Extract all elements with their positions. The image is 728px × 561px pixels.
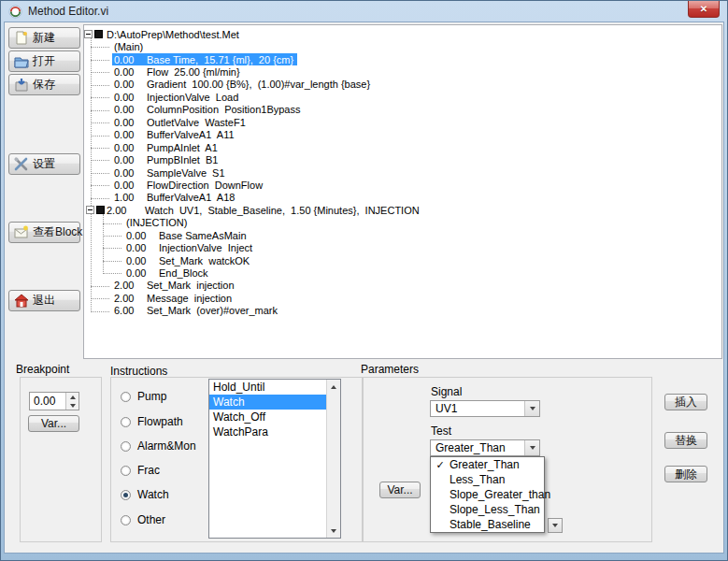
radio-frac[interactable]: Frac: [121, 464, 160, 477]
view-block-button[interactable]: 查看Block: [8, 222, 80, 243]
radio-label: Alarm&Mon: [137, 439, 196, 453]
menu-item[interactable]: Slope_Less_Than: [431, 502, 544, 517]
open-button[interactable]: 打开: [8, 50, 80, 72]
radio-icon: [121, 466, 131, 476]
tree-root-row[interactable]: D:\AutoPrep\Method\test.Met: [84, 28, 721, 40]
scroll-down-button[interactable]: [327, 524, 340, 538]
parameters-var-button[interactable]: Var...: [379, 482, 421, 498]
tree-row[interactable]: 6.00Set_Mark (over)#over_mark: [84, 305, 721, 317]
close-button[interactable]: ✕: [688, 1, 720, 18]
row-time: 0.00: [114, 117, 147, 128]
down-arrow-icon: [331, 529, 336, 533]
settings-button-label: 设置: [33, 156, 55, 172]
settings-button[interactable]: 设置: [8, 153, 80, 175]
collapse-icon[interactable]: [84, 30, 93, 38]
tree-row[interactable]: 0.00Set_Mark watckOK: [84, 254, 721, 266]
list-scrollbar[interactable]: [326, 380, 340, 538]
row-time: 0.00: [114, 104, 147, 115]
delete-button[interactable]: 删除: [664, 466, 707, 482]
radio-label: Pump: [137, 390, 166, 403]
instruction-listbox[interactable]: Hold_Until Watch Watch_Off WatchPara: [208, 379, 341, 539]
list-item-selected[interactable]: Watch: [209, 395, 326, 410]
open-folder-icon: [14, 54, 29, 68]
tree-group-row[interactable]: 2.00 Watch UV1, Stable_Baseline, 1.50 {M…: [84, 204, 721, 216]
menu-item[interactable]: Stable_Baseline: [431, 517, 544, 532]
tree-connector: [91, 160, 109, 161]
tree-row[interactable]: 0.00Flow 25.00 {ml/min}: [84, 65, 721, 78]
tree-row[interactable]: 0.00FlowDirection DownFlow: [84, 179, 721, 191]
tree-connector: [91, 173, 109, 174]
menu-item-checked[interactable]: ✓Greater_Than: [431, 457, 544, 472]
radio-watch[interactable]: Watch: [121, 488, 169, 501]
application-window: Method Editor.vi ✕ 新建 打开 保存: [0, 0, 728, 561]
tree-row[interactable]: 0.00ColumnPosition Position1Bypass: [84, 104, 721, 116]
menu-item[interactable]: Slope_Greater_than: [431, 487, 544, 502]
tree-row-selected[interactable]: 0.00Base Time, 15.71 {ml}, 20 {cm}: [84, 53, 721, 65]
new-button[interactable]: 新建: [8, 27, 80, 49]
radio-alarm-mon[interactable]: Alarm&Mon: [121, 439, 196, 453]
radio-icon: [121, 515, 131, 525]
view-block-icon: [14, 225, 29, 239]
tree-row[interactable]: 2.00Set_Mark injection: [84, 280, 721, 292]
breakpoint-spinner[interactable]: 0.00: [29, 392, 79, 410]
radio-icon: [121, 441, 131, 452]
down-arrow-icon: [70, 404, 76, 408]
row-time: 0.00: [114, 66, 147, 78]
tree-row[interactable]: 0.00PumpAInlet A1: [84, 141, 721, 153]
radio-pump[interactable]: Pump: [121, 390, 166, 403]
signal-combobox[interactable]: UV1: [430, 400, 540, 417]
signal-value: UV1: [431, 401, 524, 416]
tree-row[interactable]: 2.00Message injection: [84, 292, 721, 304]
test-combobox[interactable]: Greater_Than: [430, 439, 540, 456]
combo-arrow-button[interactable]: [524, 440, 539, 455]
spinner-down-button[interactable]: [66, 401, 79, 410]
instructions-label: Instructions: [110, 365, 167, 378]
view-block-button-label: 查看Block: [33, 224, 82, 240]
menu-item-label: Slope_Greater_than: [450, 487, 550, 502]
list-item[interactable]: Watch_Off: [209, 410, 326, 424]
radio-flowpath[interactable]: Flowpath: [121, 415, 183, 428]
list-item[interactable]: WatchPara: [209, 424, 326, 439]
scroll-up-button[interactable]: [327, 380, 340, 394]
menu-item[interactable]: Less_Than: [431, 472, 544, 487]
down-arrow-icon: [530, 446, 535, 450]
tree-connector: [103, 236, 121, 237]
row-text: BufferValveA1 A18: [147, 192, 235, 203]
replace-button[interactable]: 替换: [664, 432, 707, 449]
breakpoint-var-button[interactable]: Var...: [28, 415, 79, 432]
tree-row[interactable]: (INJECTION): [84, 217, 721, 229]
insert-button[interactable]: 插入: [664, 394, 707, 410]
row-time: 0.00: [114, 92, 147, 103]
tree-row[interactable]: 0.00SampleValve S1: [84, 166, 721, 179]
exit-button[interactable]: 退出: [8, 290, 80, 311]
radio-other[interactable]: Other: [121, 513, 165, 526]
up-arrow-icon: [70, 396, 76, 399]
tree-row[interactable]: 0.00InjectionValve Inject: [84, 241, 721, 253]
row-text: FlowDirection DownFlow: [147, 180, 263, 191]
tree-row[interactable]: 0.00BufferValveA1 A11: [84, 129, 721, 141]
hidden-combo-arrow-button[interactable]: [548, 518, 563, 533]
row-text: OutletValve WasteF1: [147, 117, 246, 128]
spinner-up-button[interactable]: [66, 393, 79, 401]
row-text: ColumnPosition Position1Bypass: [147, 104, 300, 115]
list-item[interactable]: Hold_Until: [209, 380, 326, 395]
tree-row[interactable]: 1.00BufferValveA1 A18: [84, 192, 721, 204]
signal-label: Signal: [431, 385, 462, 398]
tree-row[interactable]: 0.00End_Block: [84, 266, 721, 279]
collapse-icon[interactable]: [86, 206, 94, 214]
combo-arrow-button[interactable]: [524, 401, 539, 416]
save-button[interactable]: 保存: [8, 74, 80, 95]
row-text: InjectionValve Load: [147, 92, 238, 103]
method-tree[interactable]: D:\AutoPrep\Method\test.Met (Main) 0.00B…: [83, 24, 722, 359]
up-arrow-icon: [331, 385, 336, 389]
title-bar[interactable]: Method Editor.vi ✕: [1, 1, 727, 22]
tree-row[interactable]: 0.00PumpBInlet B1: [84, 153, 721, 165]
menu-item-label: Stable_Baseline: [450, 517, 531, 532]
tree-row[interactable]: 0.00Base SameAsMain: [84, 229, 721, 241]
method-node-icon: [96, 206, 105, 214]
row-time: 0.00: [126, 255, 159, 266]
tree-row[interactable]: 0.00Gradient 100.00 {B%}, (1.00)#var_len…: [84, 79, 721, 91]
tree-row[interactable]: 0.00InjectionValve Load: [84, 91, 721, 103]
tree-row[interactable]: 0.00OutletValve WasteF1: [84, 116, 721, 128]
tree-row[interactable]: (Main): [84, 40, 721, 52]
